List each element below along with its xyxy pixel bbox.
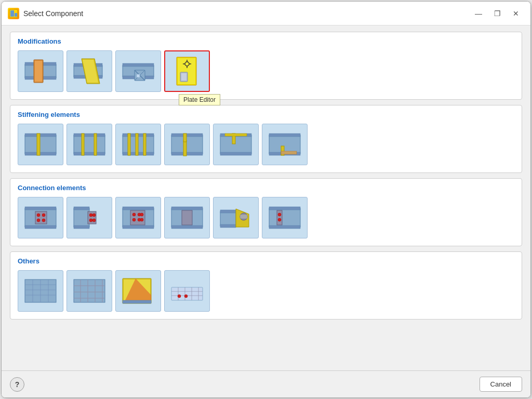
- item-sti4[interactable]: [164, 124, 210, 165]
- svg-point-73: [89, 219, 92, 222]
- item-oth1[interactable]: [18, 270, 63, 312]
- minimize-button[interactable]: —: [470, 6, 487, 21]
- svg-point-127: [178, 295, 181, 298]
- svg-point-81: [132, 218, 136, 221]
- connection-items: [18, 197, 514, 238]
- modifications-title: Modifications: [18, 37, 514, 45]
- item-con2[interactable]: [66, 197, 112, 238]
- svg-rect-47: [183, 140, 187, 156]
- svg-marker-12: [83, 60, 98, 83]
- plate-editor-tooltip: Plate Editor: [179, 94, 220, 105]
- connection-section: Connection elements: [10, 178, 522, 246]
- stiffening-items: [18, 124, 514, 165]
- svg-rect-78: [130, 210, 145, 225]
- title-bar-left: Select Component: [8, 8, 83, 19]
- svg-rect-120: [171, 287, 203, 300]
- svg-rect-119: [123, 300, 151, 303]
- svg-rect-89: [220, 211, 236, 226]
- svg-rect-94: [240, 215, 247, 219]
- svg-rect-51: [220, 152, 251, 155]
- svg-rect-97: [269, 225, 300, 229]
- svg-rect-46: [171, 152, 203, 155]
- app-icon: [8, 8, 19, 19]
- item-mod2[interactable]: [66, 50, 112, 92]
- svg-point-83: [140, 213, 143, 216]
- svg-rect-1: [10, 10, 14, 17]
- title-bar-controls: — ❐ ✕: [470, 6, 524, 21]
- item-sti1[interactable]: [18, 124, 63, 165]
- item-sti5[interactable]: [213, 124, 259, 165]
- item-oth2[interactable]: [66, 270, 112, 312]
- svg-rect-35: [74, 152, 105, 155]
- item-con6[interactable]: [262, 197, 308, 238]
- svg-rect-53: [225, 134, 247, 136]
- svg-rect-95: [269, 208, 300, 227]
- close-button[interactable]: ✕: [508, 6, 524, 21]
- svg-rect-43: [143, 134, 146, 155]
- svg-point-99: [278, 213, 281, 216]
- content-area: Modifications: [2, 25, 530, 370]
- item-con4[interactable]: [164, 197, 210, 238]
- svg-point-64: [42, 214, 45, 217]
- svg-rect-54: [269, 135, 300, 154]
- svg-rect-61: [25, 225, 56, 229]
- maximize-button[interactable]: ❐: [489, 6, 506, 21]
- svg-rect-34: [74, 134, 105, 137]
- item-sti3[interactable]: [115, 124, 161, 165]
- connection-title: Connection elements: [18, 184, 514, 192]
- item-oth3[interactable]: [115, 270, 161, 312]
- footer: ? Cancel: [2, 370, 530, 397]
- svg-rect-98: [277, 210, 282, 225]
- svg-rect-108: [74, 280, 105, 302]
- svg-rect-36: [82, 134, 84, 155]
- item-con3[interactable]: [115, 197, 161, 238]
- others-items: [18, 270, 514, 312]
- svg-rect-68: [74, 207, 89, 210]
- item-con5[interactable]: [213, 197, 259, 238]
- svg-rect-33: [74, 135, 105, 154]
- svg-rect-90: [220, 210, 236, 213]
- svg-rect-96: [269, 207, 300, 210]
- svg-point-74: [92, 219, 96, 222]
- item-con1[interactable]: [18, 197, 63, 238]
- svg-rect-55: [269, 134, 300, 137]
- svg-rect-62: [35, 211, 47, 224]
- svg-rect-60: [25, 207, 56, 210]
- svg-rect-45: [171, 134, 203, 137]
- others-title: Others: [18, 257, 514, 265]
- svg-rect-91: [220, 224, 236, 228]
- svg-rect-30: [25, 134, 56, 137]
- select-component-dialog: Select Component — ❐ ✕ Modifications: [1, 1, 531, 398]
- item-mod1[interactable]: [18, 50, 63, 92]
- stiffening-title: Stiffening elements: [18, 111, 514, 118]
- svg-point-72: [92, 214, 96, 217]
- item-sti2[interactable]: [66, 124, 112, 165]
- svg-rect-32: [37, 134, 40, 155]
- svg-point-100: [278, 218, 281, 221]
- svg-rect-48: [183, 134, 187, 142]
- item-oth4[interactable]: [164, 270, 210, 312]
- svg-rect-44: [171, 135, 203, 154]
- svg-rect-86: [171, 207, 203, 210]
- svg-rect-2: [15, 13, 17, 17]
- item-mod3[interactable]: [115, 50, 161, 92]
- svg-point-63: [37, 214, 40, 217]
- svg-point-65: [37, 219, 40, 222]
- svg-point-66: [42, 219, 45, 222]
- others-section: Others: [10, 251, 522, 320]
- svg-rect-14: [123, 63, 154, 66]
- svg-point-128: [184, 295, 188, 298]
- cancel-button[interactable]: Cancel: [480, 377, 522, 392]
- svg-rect-58: [281, 151, 297, 154]
- dialog-title: Select Component: [23, 9, 83, 18]
- svg-rect-88: [182, 210, 192, 225]
- item-mod4[interactable]: Plate Editor: [164, 50, 210, 92]
- svg-rect-31: [25, 152, 56, 155]
- svg-rect-42: [136, 134, 138, 155]
- svg-rect-41: [128, 134, 130, 155]
- item-sti6[interactable]: [262, 124, 308, 165]
- help-button[interactable]: ?: [10, 377, 24, 392]
- svg-rect-19: [137, 74, 140, 77]
- stiffening-section: Stiffening elements: [10, 105, 522, 173]
- svg-point-84: [140, 218, 143, 221]
